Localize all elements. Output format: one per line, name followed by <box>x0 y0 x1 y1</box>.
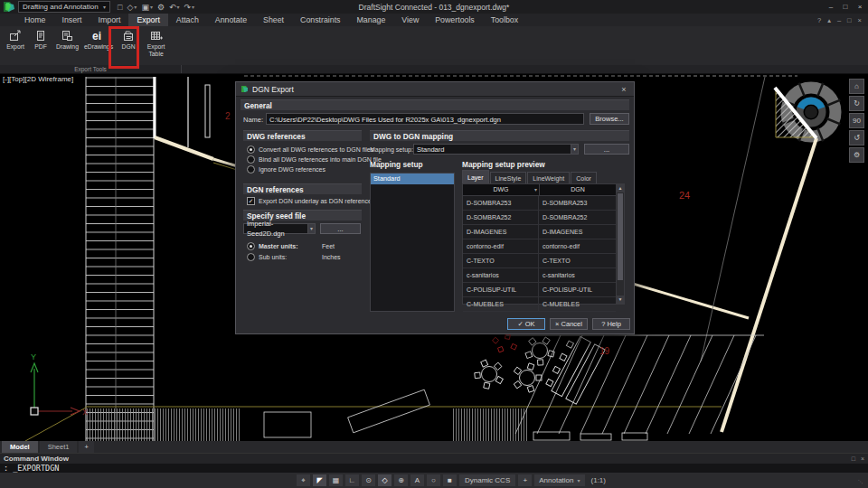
ortho-icon[interactable]: ∟ <box>345 474 359 486</box>
orbit-icon[interactable]: ↻ <box>849 96 864 111</box>
minimize-doc-icon[interactable]: – <box>837 16 841 24</box>
sub-units-value: Inches <box>322 254 341 260</box>
tab-view[interactable]: View <box>393 14 427 26</box>
add-sheet-button[interactable]: + <box>79 441 93 453</box>
window-controls: – □ × <box>825 2 868 13</box>
viewport-label[interactable]: [-][Top][2D Wireframe] <box>3 75 73 83</box>
table-row[interactable]: C-TEXTOC-TEXTO <box>463 254 616 268</box>
tab-lineweight[interactable]: LineWeight <box>527 172 570 183</box>
close-command-icon[interactable]: × <box>861 455 864 462</box>
float-window-icon[interactable]: □ <box>852 455 855 462</box>
ccs-icon[interactable]: ○ <box>427 474 440 486</box>
home-icon[interactable]: ⌂ <box>849 79 864 94</box>
tab-manage[interactable]: Manage <box>349 14 394 26</box>
polar-icon[interactable]: ⊙ <box>362 474 375 486</box>
scroll-up-icon[interactable]: ▲ <box>617 184 624 192</box>
tab-export[interactable]: Export <box>128 14 167 26</box>
resize-grip[interactable]: … <box>856 474 867 485</box>
tab-insert[interactable]: Insert <box>53 14 90 26</box>
restore-doc-icon[interactable]: □ <box>847 16 852 24</box>
radio-convert-refs[interactable]: Convert all DWG references to DGN files <box>247 145 373 154</box>
dialog-title-bar[interactable]: DGN Export × <box>236 82 634 97</box>
plan-90-icon[interactable]: 90 <box>849 113 864 128</box>
maximize-button[interactable]: □ <box>839 2 852 13</box>
tab-model[interactable]: Model <box>2 441 38 453</box>
edrawings-icon: ei <box>90 30 108 42</box>
column-header-dwg[interactable]: DWG▾ <box>463 184 540 195</box>
dgn-button[interactable]: DGN <box>117 28 140 65</box>
cancel-button[interactable]: × Cancel <box>550 318 588 330</box>
export-table-button[interactable]: Export Table <box>142 28 170 65</box>
esnap-icon[interactable]: ◇ <box>378 474 392 486</box>
mapping-setup-list[interactable]: Standard <box>370 173 455 312</box>
tab-color[interactable]: Color <box>571 172 597 183</box>
tab-attach[interactable]: Attach <box>168 14 207 26</box>
undo-view-icon[interactable]: ↺ <box>849 130 864 145</box>
radio-bind-refs[interactable]: Bind all DWG references into main DGN fi… <box>247 155 382 164</box>
tab-powertools[interactable]: Powertools <box>427 14 483 26</box>
browse-button[interactable]: Browse... <box>590 113 629 125</box>
tab-toolbox[interactable]: Toolbox <box>483 14 526 26</box>
add-scale-button[interactable]: + <box>518 474 532 486</box>
tab-sheet1[interactable]: Sheet1 <box>40 441 78 453</box>
view-settings-icon[interactable]: ⚙ <box>849 147 864 163</box>
snap-icon[interactable]: ⌖ <box>297 474 310 486</box>
list-item-standard[interactable]: Standard <box>371 174 454 184</box>
new-doc-icon[interactable]: □ <box>118 3 122 12</box>
table-row[interactable]: c-sanitariosc-sanitarios <box>463 268 616 283</box>
drawing-button[interactable]: Drawing <box>54 28 80 65</box>
etrack-icon[interactable]: ⊕ <box>394 474 408 486</box>
tab-layer[interactable]: Layer <box>462 170 489 183</box>
workspace-selector[interactable]: Drafting and Annotation ▾ <box>18 1 110 13</box>
tab-sheet[interactable]: Sheet <box>255 14 292 26</box>
export-button[interactable]: Export <box>4 28 27 65</box>
table-row[interactable]: C-MUEBLESC-MUEBLES <box>463 297 616 312</box>
ribbon-right-controls: ? ▴ – □ × <box>817 14 868 26</box>
ok-button[interactable]: ✓ OK <box>507 318 545 330</box>
tab-linestyle[interactable]: LineStyle <box>490 172 527 183</box>
dynamic-ccs-button[interactable]: Dynamic CCS <box>459 474 515 486</box>
open-icon[interactable]: ◇▾ <box>127 3 137 12</box>
tab-home[interactable]: Home <box>16 14 53 26</box>
help-icon[interactable]: ? <box>817 16 821 24</box>
pdf-button[interactable]: PDF <box>29 28 52 65</box>
checkbox-icon: ✓ <box>247 197 255 205</box>
close-button[interactable]: × <box>854 2 866 13</box>
dialog-close-icon[interactable]: × <box>618 85 629 94</box>
radio-sub-units[interactable]: Sub units: <box>247 253 287 261</box>
collapse-ribbon-icon[interactable]: ▴ <box>827 16 831 24</box>
mapping-setup-select[interactable]: Standard ▾ <box>413 144 579 155</box>
annotation-monitor-icon[interactable]: A <box>410 474 424 486</box>
annotation-scale-dropdown[interactable]: Annotation ▾ <box>534 474 584 486</box>
close-doc-icon[interactable]: × <box>858 16 862 24</box>
table-row[interactable]: C-POLISUP-UTILC-POLISUP-UTIL <box>463 283 616 297</box>
radio-master-units[interactable]: Master units: <box>247 242 298 250</box>
seed-browse-button[interactable]: ... <box>320 223 361 234</box>
print-icon[interactable]: ⚙ <box>157 3 165 12</box>
radio-ignore-refs[interactable]: Ignore DWG references <box>247 165 326 174</box>
save-icon[interactable]: ▣▾ <box>141 3 153 12</box>
scrollbar-thumb[interactable] <box>618 193 623 280</box>
column-header-dgn[interactable]: DGN <box>540 184 616 195</box>
checkbox-export-underlay[interactable]: ✓ Export DGN underlay as DGN references <box>247 197 374 205</box>
help-button[interactable]: ? Help <box>592 318 630 330</box>
mapping-browse-button[interactable]: ... <box>584 144 629 155</box>
table-scrollbar[interactable]: ▲ ▼ <box>616 184 624 304</box>
table-row[interactable]: D-SOMBRA252D-SOMBRA252 <box>463 211 616 225</box>
grid-icon[interactable]: ▦ <box>329 474 343 486</box>
undo-icon[interactable]: ↶▾ <box>169 3 180 12</box>
table-row[interactable]: contorno-edifcontorno-edif <box>463 239 616 254</box>
table-row[interactable]: D-IMAGENESD-IMAGENES <box>463 225 616 239</box>
name-input[interactable]: C:\Users\DP22\Desktop\DWG Files Used for… <box>266 113 584 125</box>
tab-annotate[interactable]: Annotate <box>207 14 255 26</box>
solid-fill-icon[interactable]: ■ <box>443 474 457 486</box>
scroll-down-icon[interactable]: ▼ <box>617 296 624 304</box>
seed-file-select[interactable]: Imperial-Seed2D.dgn ▾ <box>243 223 316 234</box>
minimize-button[interactable]: – <box>825 2 837 13</box>
redo-icon[interactable]: ↷▾ <box>184 3 195 12</box>
table-row[interactable]: D-SOMBRA253D-SOMBRA253 <box>463 196 616 211</box>
cursor-select-icon[interactable]: ◤ <box>313 474 326 486</box>
tab-import[interactable]: Import <box>90 14 128 26</box>
edrawings-button[interactable]: ei eDrawings <box>82 28 115 65</box>
tab-constraints[interactable]: Constraints <box>292 14 349 26</box>
